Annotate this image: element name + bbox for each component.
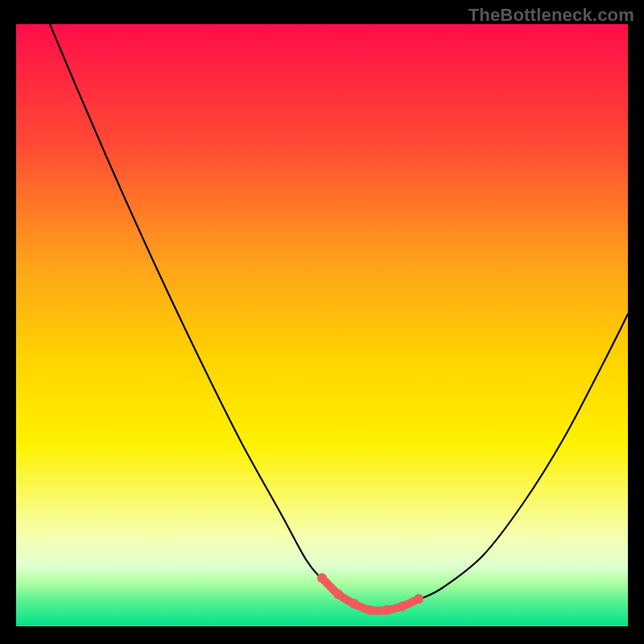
flat-zone-dot bbox=[398, 601, 407, 611]
bottleneck-curve-chart bbox=[0, 0, 644, 644]
flat-zone-dot bbox=[349, 599, 359, 609]
gradient-background bbox=[16, 24, 628, 626]
flat-zone-dot bbox=[333, 589, 343, 599]
flat-zone-dot bbox=[365, 605, 375, 615]
flat-zone-dot bbox=[382, 605, 391, 615]
flat-zone-dot bbox=[414, 594, 423, 604]
flat-zone-dot bbox=[317, 573, 327, 583]
watermark-label: TheBottleneck.com bbox=[469, 5, 634, 26]
chart-container: TheBottleneck.com bbox=[0, 0, 644, 644]
